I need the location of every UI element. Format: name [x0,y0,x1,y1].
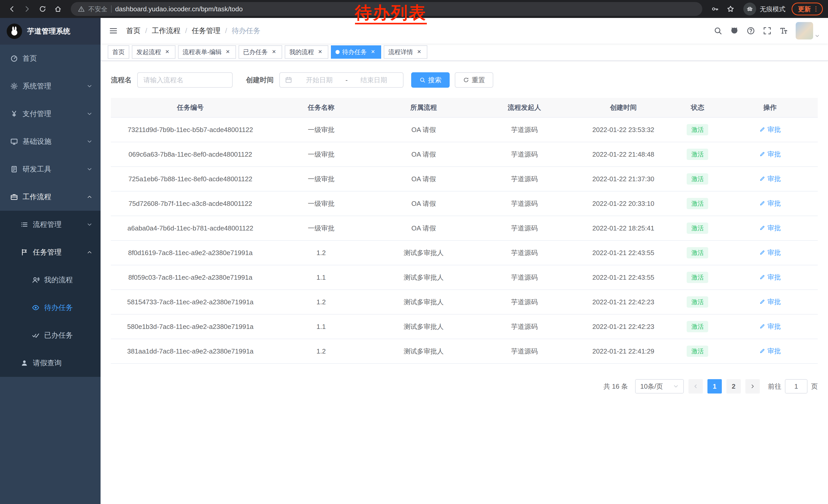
cell-status: 激活 [673,240,722,265]
sidebar-item-label: 流程管理 [33,220,61,229]
approve-button[interactable]: 审批 [759,347,781,356]
table-header-row: 任务编号任务名称所属流程流程发起人创建时间状态操作 [111,98,818,118]
chevron-down-icon [87,222,92,227]
tab-home[interactable]: 首页 [108,45,129,59]
address-bar[interactable]: 不安全 dashboard.yudao.iocoder.cn/bpm/task/… [71,2,702,16]
browser-toolbar: 不安全 dashboard.yudao.iocoder.cn/bpm/task/… [0,0,828,18]
table-row: 725a1eb6-7b88-11ec-8ef0-acde48001122一级审批… [111,167,818,191]
cell-action: 审批 [722,290,818,314]
approve-button[interactable]: 审批 [759,125,781,134]
close-icon[interactable]: × [271,48,278,56]
password-key-icon[interactable] [708,2,722,16]
tab-process-detail[interactable]: 流程详情× [384,45,427,59]
github-icon[interactable] [730,27,739,35]
approve-button[interactable]: 审批 [759,224,781,232]
approve-button[interactable]: 审批 [759,248,781,257]
page-button-1[interactable]: 1 [707,379,722,394]
briefcase-icon [10,193,18,201]
cell-created: 2022-01-22 21:37:30 [574,167,673,191]
sidebar-item-home[interactable]: 首页 [0,45,100,72]
sidebar-item-todo-task[interactable]: 待办任务 [0,294,100,321]
sidebar-item-done-task[interactable]: 已办任务 [0,321,100,349]
sidebar-item-workflow[interactable]: 工作流程 [0,183,100,211]
status-badge: 激活 [687,173,708,185]
tab-done-task[interactable]: 已办任务× [239,45,282,59]
edit-icon [759,176,765,182]
app-logo[interactable]: 芋道管理系统 [0,18,100,45]
approve-button[interactable]: 审批 [759,150,781,159]
sidebar-item-payment[interactable]: 支付管理 [0,100,100,128]
user-voice-icon [32,276,40,284]
pager: 12 [707,379,741,394]
status-badge: 激活 [687,296,708,308]
page-size-select[interactable]: 10条/页 [635,379,684,394]
sidebar-item-leave-query[interactable]: 请假查询 [0,349,100,377]
table-row: 73211d9d-7b9b-11ec-b5b7-acde48001122一级审批… [111,118,818,142]
incognito-chip[interactable]: 无痕模式 [743,3,785,15]
close-icon[interactable]: × [224,48,232,56]
user-menu[interactable] [796,22,820,40]
approve-button[interactable]: 审批 [759,297,781,306]
bookmark-star-icon[interactable] [724,2,737,16]
tab-my-process[interactable]: 我的流程× [285,45,328,59]
close-icon[interactable]: × [416,48,423,56]
page-content: 流程名 创建时间 开始日期 - 结束日期 搜索 重 [100,61,828,504]
cell-task-name: 一级审批 [270,142,372,167]
breadcrumb-item[interactable]: 首页 [126,26,140,36]
font-size-icon[interactable] [779,27,788,35]
tab-form-edit[interactable]: 流程表单-编辑× [178,45,236,59]
cell-process: OA 请假 [372,191,475,216]
sidebar-item-label: 工作流程 [23,192,51,202]
next-page-button[interactable] [745,379,760,394]
sidebar-item-process-mgmt[interactable]: 流程管理 [0,211,100,238]
help-icon[interactable] [746,27,755,35]
reset-button[interactable]: 重置 [455,72,493,88]
refresh-icon [463,77,469,83]
flag-icon [20,248,28,256]
security-label: 不安全 [88,5,108,13]
cell-status: 激活 [673,339,722,364]
close-icon[interactable]: × [164,48,171,56]
search-button[interactable]: 搜索 [411,72,450,88]
close-icon[interactable]: × [317,48,324,56]
sidebar-item-label: 已办任务 [44,330,73,340]
close-icon[interactable]: × [369,48,377,56]
prev-page-button[interactable] [689,379,703,394]
back-icon[interactable] [5,2,18,16]
cell-created: 2022-01-22 23:53:32 [574,118,673,142]
process-name-input[interactable] [137,72,233,88]
browser-update-button[interactable]: 更新 [792,3,823,15]
cell-initiator: 芋道源码 [475,142,574,167]
breadcrumb-item[interactable]: 任务管理 [180,26,220,36]
hamburger-icon[interactable] [109,26,118,35]
tab-start-process[interactable]: 发起流程× [132,45,175,59]
chevron-down-icon [87,111,92,117]
approve-button[interactable]: 审批 [759,273,781,282]
goto-page-input[interactable] [785,379,808,394]
table-row: 8f0d1619-7ac8-11ec-a9e2-a2380e71991a1.2测… [111,240,818,265]
approve-button[interactable]: 审批 [759,199,781,208]
date-range-picker[interactable]: 开始日期 - 结束日期 [279,72,404,88]
approve-label: 审批 [768,150,781,159]
page-size-value: 10条/页 [640,382,663,391]
sidebar-item-devtools[interactable]: 研发工具 [0,155,100,183]
range-separator: - [343,76,350,84]
cell-initiator: 芋道源码 [475,216,574,240]
sidebar-item-task-mgmt[interactable]: 任务管理 [0,238,100,266]
fullscreen-icon[interactable] [763,27,772,35]
tab-todo-task[interactable]: 待办任务× [331,45,381,59]
breadcrumb-item[interactable]: 工作流程 [140,26,180,36]
sidebar-item-infra[interactable]: 基础设施 [0,128,100,155]
search-icon [419,77,425,83]
reload-icon[interactable] [36,2,49,16]
sidebar-item-my-process[interactable]: 我的流程 [0,266,100,294]
page-button-2[interactable]: 2 [727,379,741,394]
search-icon[interactable] [714,27,722,35]
forward-icon[interactable] [20,2,34,16]
home-icon[interactable] [51,2,65,16]
approve-button[interactable]: 审批 [759,174,781,183]
yen-icon [10,110,18,118]
eye-icon [32,304,40,312]
approve-button[interactable]: 审批 [759,322,781,331]
sidebar-item-system[interactable]: 系统管理 [0,72,100,100]
